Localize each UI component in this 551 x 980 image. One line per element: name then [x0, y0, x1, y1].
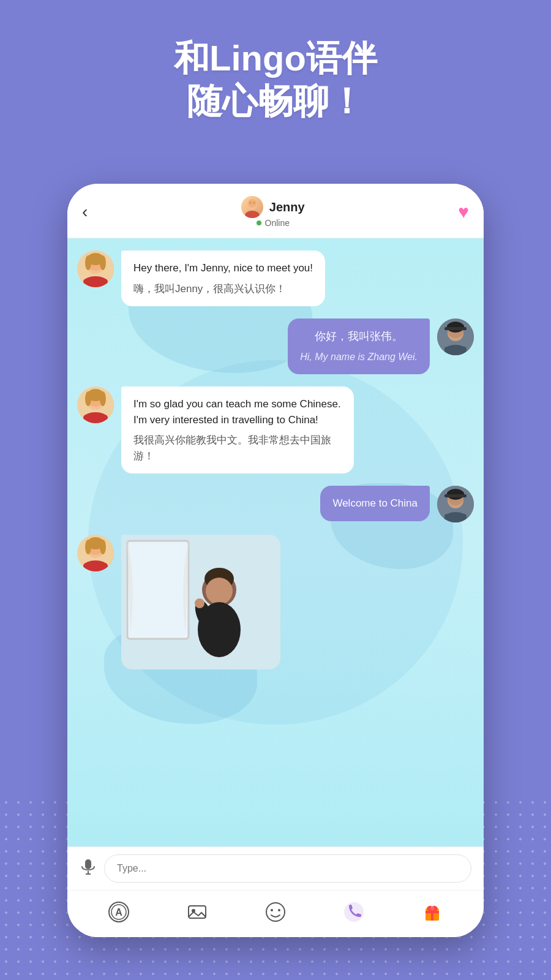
- text-input[interactable]: [104, 854, 471, 883]
- online-dot: [257, 221, 261, 225]
- svg-point-10: [100, 255, 106, 270]
- image-message: [121, 535, 280, 669]
- bottom-nav: A: [67, 890, 484, 937]
- svg-rect-46: [127, 541, 189, 639]
- svg-point-36: [446, 512, 465, 521]
- message-chinese-2: 你好，我叫张伟。: [300, 328, 418, 345]
- svg-point-64: [278, 909, 280, 911]
- svg-point-25: [85, 391, 91, 406]
- svg-point-3: [249, 202, 252, 205]
- welcome-text: Welcome to China: [332, 497, 418, 509]
- input-row: [80, 854, 471, 883]
- header-user-name: Jenny: [269, 200, 305, 214]
- svg-point-44: [84, 560, 107, 570]
- incoming-bubble-1: Hey there, I'm Jenny, nice to meet you! …: [121, 251, 325, 306]
- svg-point-4: [253, 202, 255, 205]
- jenny-avatar-2: [77, 386, 114, 423]
- message-english-2: Hi, My name is Zhang Wei.: [300, 350, 418, 364]
- phone-nav-icon[interactable]: [339, 897, 369, 927]
- svg-point-42: [100, 540, 106, 554]
- svg-rect-54: [85, 859, 91, 869]
- svg-point-63: [271, 909, 273, 911]
- svg-text:A: A: [115, 907, 122, 918]
- message-english-3: I'm so glad you can teach me some Chines…: [133, 396, 342, 428]
- svg-point-26: [100, 391, 106, 406]
- gift-nav-icon[interactable]: [417, 897, 448, 927]
- svg-rect-18: [444, 327, 467, 330]
- status-text: Online: [265, 218, 290, 228]
- svg-rect-60: [189, 906, 206, 918]
- back-button[interactable]: ‹: [82, 202, 88, 222]
- svg-point-62: [266, 903, 285, 921]
- incoming-bubble-3: I'm so glad you can teach me some Chines…: [121, 386, 354, 473]
- svg-point-53: [195, 598, 204, 608]
- online-status: Online: [257, 218, 290, 228]
- svg-rect-69: [425, 911, 439, 913]
- message-chinese-3: 我很高兴你能教我中文。我非常想去中国旅游！: [133, 432, 342, 464]
- emoji-nav-icon[interactable]: [260, 897, 291, 927]
- phone-frame: ‹ Jenny Online ♥: [67, 184, 484, 937]
- image-nav-icon[interactable]: [182, 897, 212, 927]
- zhang-avatar: [437, 318, 474, 355]
- zhang-avatar-2: [437, 486, 474, 522]
- keyboard-nav-icon[interactable]: A: [103, 897, 134, 927]
- outgoing-bubble-1: 你好，我叫张伟。 Hi, My name is Zhang Wei.: [288, 318, 430, 374]
- svg-point-20: [446, 345, 465, 353]
- svg-point-28: [84, 412, 107, 422]
- svg-point-12: [84, 276, 107, 286]
- message-text-chinese-1: 嗨，我叫Jenny，很高兴认识你！: [133, 281, 313, 297]
- svg-point-2: [248, 199, 257, 208]
- jenny-avatar: [77, 251, 114, 287]
- chat-area[interactable]: Hey there, I'm Jenny, nice to meet you! …: [67, 238, 484, 846]
- hero-title: 和Lingo语伴 随心畅聊！: [0, 0, 551, 146]
- svg-point-1: [245, 211, 260, 218]
- svg-point-72: [430, 907, 434, 910]
- message-row-zhang-2: Welcome to China: [77, 486, 474, 522]
- svg-point-9: [85, 255, 91, 270]
- hero-title-line2: 随心畅聊！: [187, 81, 364, 121]
- outgoing-bubble-welcome: Welcome to China: [320, 486, 430, 521]
- image-placeholder: [121, 535, 280, 669]
- header-user: Jenny: [241, 196, 305, 218]
- message-row-jenny-2: I'm so glad you can teach me some Chines…: [77, 386, 474, 473]
- svg-point-41: [85, 540, 91, 554]
- svg-point-50: [206, 578, 233, 605]
- header-center: Jenny Online: [241, 196, 305, 228]
- svg-point-65: [344, 902, 364, 922]
- message-row: Hey there, I'm Jenny, nice to meet you! …: [77, 251, 474, 306]
- heart-button[interactable]: ♥: [458, 202, 469, 222]
- hero-section: 和Lingo语伴 随心畅聊！: [0, 0, 551, 146]
- chat-header: ‹ Jenny Online ♥: [67, 184, 484, 238]
- svg-rect-34: [444, 494, 467, 497]
- mic-button[interactable]: [80, 858, 97, 880]
- message-text-english-1: Hey there, I'm Jenny, nice to meet you!: [133, 260, 313, 276]
- jenny-avatar-3: [77, 535, 114, 571]
- header-avatar: [241, 196, 263, 218]
- hero-title-line1: 和Lingo语伴: [174, 38, 377, 78]
- input-area: [67, 846, 484, 890]
